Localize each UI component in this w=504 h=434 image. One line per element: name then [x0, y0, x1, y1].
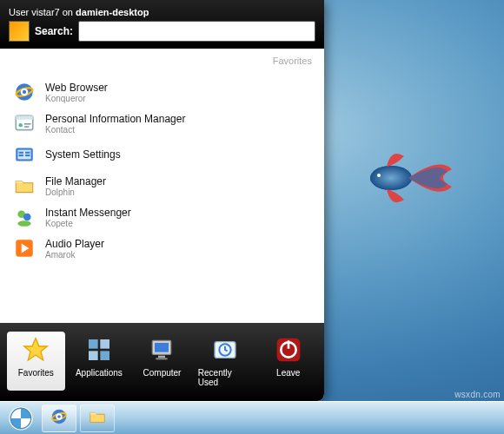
item-text: Personal Information Manager Kontact: [45, 113, 185, 135]
item-text: Instant Messenger Kopete: [45, 207, 131, 228]
search-label: Search:: [35, 25, 73, 37]
svg-rect-15: [19, 155, 23, 156]
tab-label: Leave: [276, 368, 300, 378]
item-subtitle: Kontact: [45, 125, 185, 135]
power-icon: [271, 335, 306, 365]
item-text: File Manager Dolphin: [45, 175, 106, 197]
svg-rect-27: [155, 343, 169, 352]
on-text: on: [60, 7, 76, 17]
svg-rect-23: [100, 339, 109, 349]
user-line: User vistar7 on damien-desktop: [9, 7, 315, 17]
search-row: Search:: [9, 21, 315, 42]
taskbar-item-ie[interactable]: [42, 404, 76, 432]
svg-point-6: [23, 90, 26, 94]
svg-rect-22: [89, 339, 98, 349]
tab-favorites[interactable]: Favorites: [7, 332, 65, 391]
svg-point-19: [23, 214, 31, 221]
favorite-item-pim[interactable]: Personal Information Manager Kontact: [9, 108, 315, 139]
menu-header: User vistar7 on damien-desktop Search:: [0, 0, 324, 49]
svg-rect-29: [156, 358, 168, 359]
start-button[interactable]: [3, 404, 38, 432]
item-text: System Settings: [45, 148, 121, 161]
ie-icon: [12, 80, 36, 104]
svg-rect-24: [89, 351, 98, 360]
section-label: Favorites: [273, 56, 312, 66]
recent-icon: [208, 335, 242, 365]
search-input[interactable]: [78, 21, 315, 42]
favorites-list: Web Browser Konqueror Personal Informati…: [0, 56, 324, 264]
audio-icon: [12, 236, 36, 260]
item-title: System Settings: [45, 148, 121, 161]
item-subtitle: Kopete: [45, 219, 131, 228]
item-title: Audio Player: [45, 238, 104, 250]
item-title: File Manager: [45, 175, 106, 187]
menu-tabs: Favorites Applications Computer Recently…: [0, 323, 324, 401]
folder-icon: [12, 174, 36, 198]
star-icon: [18, 335, 53, 365]
taskbar-item-folder[interactable]: [80, 404, 115, 432]
wallpaper-fish: [356, 139, 461, 217]
item-subtitle: Konqueror: [45, 94, 108, 103]
item-subtitle: Amarok: [45, 250, 104, 260]
svg-rect-8: [16, 115, 33, 119]
item-text: Audio Player Amarok: [45, 238, 104, 260]
hostname: damien-desktop: [76, 7, 149, 17]
tab-recently-used[interactable]: Recently Used: [196, 332, 255, 391]
settings-icon: [12, 142, 36, 167]
item-text: Web Browser Konqueror: [45, 82, 108, 103]
svg-rect-10: [24, 123, 31, 125]
tab-label: Applications: [76, 368, 123, 378]
menu-body: Favorites Web Browser Konqueror Personal…: [0, 49, 324, 323]
svg-rect-14: [19, 152, 23, 154]
svg-rect-28: [158, 356, 165, 358]
tab-label: Favorites: [18, 368, 54, 378]
ie-icon: [49, 407, 70, 429]
user-prefix: User: [9, 7, 31, 17]
svg-rect-17: [25, 155, 30, 156]
pim-icon: [12, 111, 36, 135]
computer-icon: [144, 335, 179, 365]
tab-applications[interactable]: Applications: [70, 332, 129, 391]
desktop: User vistar7 on damien-desktop Search: F…: [0, 0, 504, 434]
folder-icon: [87, 407, 108, 429]
svg-point-1: [370, 166, 412, 190]
kickoff-menu: User vistar7 on damien-desktop Search: F…: [0, 0, 324, 401]
svg-point-40: [57, 415, 61, 418]
tab-label: Recently Used: [198, 368, 253, 387]
tab-computer[interactable]: Computer: [133, 332, 191, 391]
svg-rect-11: [24, 126, 29, 128]
taskbar-items: [42, 404, 115, 432]
item-title: Web Browser: [45, 82, 108, 94]
favorite-item-audio[interactable]: Audio Player Amarok: [9, 233, 315, 264]
svg-rect-25: [100, 351, 109, 360]
favorite-item-ie[interactable]: Web Browser Konqueror: [9, 76, 315, 108]
tab-leave[interactable]: Leave: [259, 332, 317, 391]
svg-rect-16: [25, 152, 30, 154]
avatar: [9, 21, 30, 42]
item-title: Personal Information Manager: [45, 113, 185, 125]
svg-point-2: [377, 174, 381, 177]
im-icon: [12, 205, 36, 229]
tab-label: Computer: [143, 368, 182, 378]
favorite-item-settings[interactable]: System Settings: [9, 139, 315, 170]
svg-point-9: [19, 123, 23, 127]
favorite-item-folder[interactable]: File Manager Dolphin: [9, 170, 315, 201]
svg-point-20: [17, 220, 30, 227]
item-title: Instant Messenger: [45, 207, 131, 219]
username: vistar7: [31, 7, 59, 17]
watermark: wsxdn.com: [454, 390, 501, 399]
svg-rect-34: [287, 340, 289, 348]
apps-icon: [82, 335, 116, 365]
favorite-item-im[interactable]: Instant Messenger Kopete: [9, 201, 315, 233]
taskbar: [0, 401, 504, 434]
item-subtitle: Dolphin: [45, 187, 106, 197]
